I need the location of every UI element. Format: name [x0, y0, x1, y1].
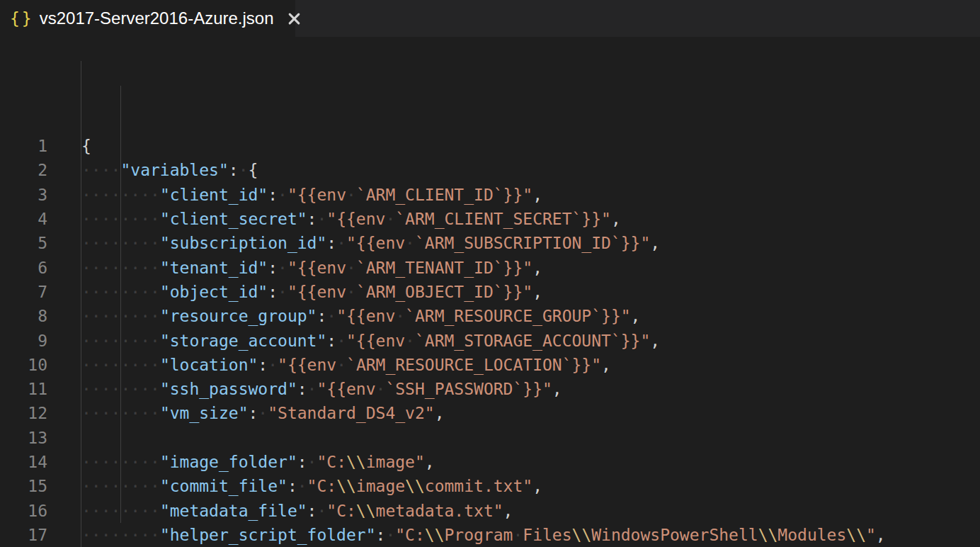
code-token: "location" [160, 356, 258, 374]
whitespace-dot: · [239, 161, 249, 179]
code-token: image [356, 477, 405, 495]
line-number[interactable]: 11 [0, 377, 47, 401]
whitespace-dot: · [101, 502, 111, 520]
code-text: ········"image_folder":·"C:\\image", [47, 450, 435, 474]
code-line[interactable]: 12········"vm_size":·"Standard_DS4_v2", [0, 401, 980, 425]
whitespace-dot: · [81, 453, 91, 471]
whitespace-dot: · [101, 234, 111, 252]
line-number[interactable]: 16 [0, 499, 47, 523]
whitespace-dot: · [91, 210, 101, 228]
code-token: , [503, 502, 513, 520]
code-token: "{{env·`ARM_STORAGE_ACCOUNT`}}" [346, 332, 650, 350]
whitespace-dot: · [101, 453, 111, 471]
code-line[interactable]: 15········"commit_file":·"C:\\image\\com… [0, 474, 980, 498]
code-line[interactable]: 11········"ssh_password":·"{{env·`SSH_PA… [0, 377, 980, 401]
code-line[interactable]: 1{ [0, 134, 980, 158]
code-token: Modules [777, 526, 846, 544]
whitespace-dot: · [91, 477, 101, 495]
tab-filename: vs2017-Server2016-Azure.json [40, 9, 274, 28]
whitespace-dot: · [120, 502, 130, 520]
code-line[interactable]: 7········"object_id":·"{{env·`ARM_OBJECT… [0, 280, 980, 304]
line-number[interactable]: 1 [0, 134, 47, 158]
tab-close-button[interactable] [287, 11, 302, 26]
code-token: "C: [326, 502, 356, 520]
whitespace-dot: · [81, 259, 91, 277]
whitespace-dot: · [130, 356, 140, 374]
line-number[interactable]: 12 [0, 401, 47, 425]
whitespace-dot: · [140, 307, 150, 325]
whitespace-dot: · [278, 259, 287, 277]
code-line[interactable]: 4········"client_secret":·"{{env·`ARM_CL… [0, 207, 980, 231]
code-token: "{{env·`ARM_SUBSCRIPTION_ID`}}" [346, 234, 650, 252]
whitespace-dot: · [346, 186, 356, 204]
whitespace-dot: · [150, 356, 160, 374]
line-number[interactable]: 3 [0, 183, 47, 207]
code-token: ········ [81, 332, 160, 350]
code-text: ········"location":·"{{env·`ARM_RESOURCE… [47, 353, 611, 377]
whitespace-dot: · [120, 234, 130, 252]
code-token: \\ [405, 477, 425, 495]
whitespace-dot: · [101, 161, 111, 179]
code-line[interactable]: 14········"image_folder":·"C:\\image", [0, 450, 980, 474]
code-line[interactable]: 2····"variables":·{ [0, 158, 980, 182]
line-number[interactable]: 4 [0, 207, 47, 231]
code-token: Program·Files [444, 526, 571, 544]
whitespace-dot: · [336, 332, 346, 350]
code-token: \\ [425, 526, 445, 544]
line-number[interactable]: 7 [0, 280, 47, 304]
code-token: ········ [81, 404, 160, 422]
code-line[interactable]: 5········"subscription_id":·"{{env·`ARM_… [0, 231, 980, 255]
code-line[interactable]: 13 [0, 426, 980, 450]
code-text: ········"subscription_id":·"{{env·`ARM_S… [47, 231, 660, 255]
whitespace-dot: · [150, 502, 160, 520]
whitespace-dot: · [130, 332, 140, 350]
code-token: , [601, 356, 611, 374]
code-token: ········ [81, 186, 160, 204]
code-line[interactable]: 17········"helper_script_folder":·"C:\\P… [0, 523, 980, 547]
whitespace-dot: · [130, 502, 140, 520]
code-line[interactable]: 16········"metadata_file":·"C:\\metadata… [0, 499, 980, 523]
code-token: : [229, 161, 239, 179]
code-line[interactable]: 8········"resource_group":·"{{env·`ARM_R… [0, 304, 980, 328]
whitespace-dot: · [140, 404, 150, 422]
code-token: \\ [758, 526, 778, 544]
line-number[interactable]: 6 [0, 256, 47, 280]
code-line[interactable]: 10········"location":·"{{env·`ARM_RESOUR… [0, 353, 980, 377]
line-number[interactable]: 5 [0, 231, 47, 255]
code-token: : [307, 210, 317, 228]
code-line[interactable]: 3········"client_id":·"{{env·`ARM_CLIENT… [0, 183, 980, 207]
line-number[interactable]: 14 [0, 450, 47, 474]
code-token: , [435, 404, 445, 422]
whitespace-dot: · [307, 453, 317, 471]
code-token: "{{env·`ARM_CLIENT_SECRET`}}" [326, 210, 611, 228]
line-number[interactable]: 8 [0, 304, 47, 328]
code-text: ········"client_secret":·"{{env·`ARM_CLI… [47, 207, 621, 231]
code-line[interactable]: 9········"storage_account":·"{{env·`ARM_… [0, 329, 980, 353]
code-token: "subscription_id" [160, 234, 326, 252]
line-number[interactable]: 13 [0, 426, 47, 450]
code-token: "tenant_id" [160, 259, 268, 277]
line-number[interactable]: 2 [0, 158, 47, 182]
active-tab[interactable]: {} vs2017-Server2016-Azure.json [0, 0, 295, 37]
whitespace-dot: · [385, 526, 395, 544]
whitespace-dot: · [405, 332, 415, 350]
line-number[interactable]: 17 [0, 523, 47, 547]
line-number[interactable]: 15 [0, 474, 47, 498]
whitespace-dot: · [101, 332, 111, 350]
code-line[interactable]: 6········"tenant_id":·"{{env·`ARM_TENANT… [0, 256, 980, 280]
code-token: "C: [395, 526, 425, 544]
line-number[interactable]: 9 [0, 329, 47, 353]
whitespace-dot: · [101, 526, 111, 544]
whitespace-dot: · [81, 332, 91, 350]
code-token: { [81, 137, 91, 155]
code-token: , [425, 453, 435, 471]
whitespace-dot: · [140, 259, 150, 277]
code-token: ········ [81, 210, 160, 228]
whitespace-dot: · [111, 477, 121, 495]
code-editor[interactable]: 1{2····"variables":·{3········"client_id… [0, 37, 980, 547]
whitespace-dot: · [91, 404, 101, 422]
code-token: WindowsPowerShell [591, 526, 758, 544]
code-token: , [876, 526, 886, 544]
line-number[interactable]: 10 [0, 353, 47, 377]
whitespace-dot: · [150, 259, 160, 277]
